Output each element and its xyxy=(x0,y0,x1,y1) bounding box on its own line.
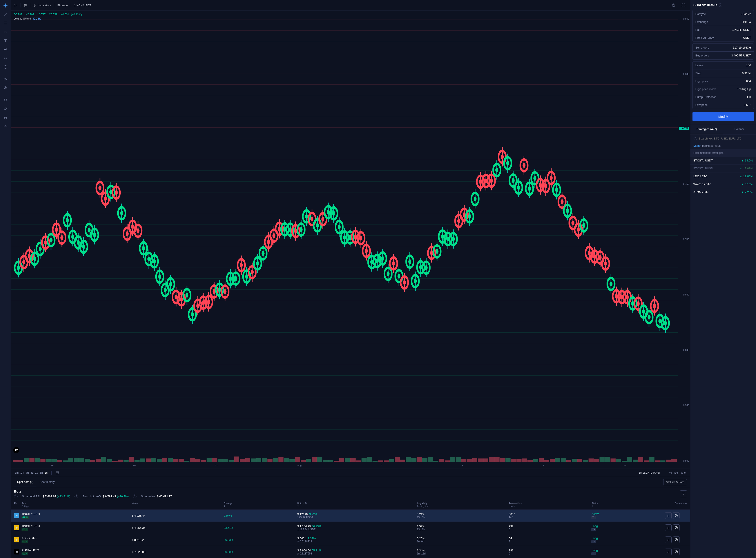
strategy-row[interactable]: ATOM / BTC▲ 7.28% xyxy=(690,188,756,196)
svg-point-4 xyxy=(6,66,6,67)
share-earn-button[interactable]: $ Share & Earn xyxy=(663,479,687,485)
search-icon xyxy=(694,137,697,140)
tab-strategies[interactable]: Strategies (427) xyxy=(690,124,723,134)
timeframe-1h[interactable]: 1h xyxy=(44,471,48,475)
detail-row: High price0.834 xyxy=(693,77,754,85)
bot-chart-button[interactable] xyxy=(665,536,672,543)
pattern-tool[interactable] xyxy=(2,46,9,53)
timeframe-6h[interactable]: 6h xyxy=(39,471,44,475)
ruler-tool[interactable] xyxy=(2,75,9,83)
fx-icon[interactable]: fx xyxy=(33,3,35,7)
bot-row[interactable]: ◆ 1INCH / USDTDCA $ 4 366.36 33.51% $ 1 … xyxy=(11,522,690,534)
fib-tool[interactable] xyxy=(2,19,9,27)
svg-point-324 xyxy=(582,223,585,228)
svg-point-66 xyxy=(115,190,118,195)
timeframe-1m[interactable]: 1m xyxy=(20,471,25,475)
modify-button[interactable]: Modify xyxy=(692,112,754,121)
scale-opt-auto[interactable]: auto xyxy=(681,471,686,474)
bot-stop-button[interactable] xyxy=(673,536,680,543)
zoom-tool[interactable] xyxy=(2,84,9,92)
settings-icon[interactable] xyxy=(670,2,677,9)
edit-tool[interactable] xyxy=(2,105,9,112)
crosshair-tool[interactable] xyxy=(2,2,9,9)
text-tool[interactable] xyxy=(2,37,9,44)
svg-point-3 xyxy=(5,66,5,67)
lock-tool[interactable] xyxy=(2,114,9,121)
indicators-button[interactable]: Indicators xyxy=(39,4,51,7)
bot-chart-button[interactable] xyxy=(665,549,672,555)
bot-chart-button[interactable] xyxy=(665,524,672,531)
svg-point-309 xyxy=(555,187,558,192)
goto-date-icon[interactable] xyxy=(55,471,60,475)
time-axis-settings-icon[interactable] xyxy=(624,464,627,467)
svg-point-117 xyxy=(207,300,210,304)
svg-point-45 xyxy=(77,240,80,245)
detail-row: ExchangeHitBTC xyxy=(693,18,754,26)
tab-spot-bots[interactable]: Spot bots (9) xyxy=(14,477,36,487)
strategy-row[interactable]: WAVES / BTC▲ 8.13% xyxy=(690,180,756,188)
chart-header: 1h fx Indicators Binance 1INCH/USDT xyxy=(11,0,690,11)
exchange-label[interactable]: Binance xyxy=(57,4,68,7)
timeframe-7d[interactable]: 7d xyxy=(25,471,29,475)
help-icon[interactable]: ? xyxy=(133,494,136,498)
strategies-heading: Recommended strategies xyxy=(690,149,756,157)
exchange-icon: ◆ xyxy=(14,525,19,530)
magnet-tool[interactable] xyxy=(2,96,9,104)
svg-point-288 xyxy=(517,185,520,190)
bot-row[interactable]: ▦ ALPHA / BTCDCA $ 7 526.88 60.08% $ 2 6… xyxy=(11,546,690,558)
scale-opt-log[interactable]: log xyxy=(675,471,678,474)
tab-spot-history[interactable]: Spot history xyxy=(36,477,58,487)
bot-stop-button[interactable] xyxy=(673,549,680,555)
emoji-tool[interactable] xyxy=(2,63,9,71)
svg-point-213 xyxy=(381,256,384,261)
svg-point-321 xyxy=(577,227,580,232)
svg-point-186 xyxy=(332,211,335,216)
help-icon[interactable]: ? xyxy=(14,494,18,498)
price-axis[interactable]: 0.8500.8000.7890.7500.7000.6500.6000.550… xyxy=(678,11,690,468)
brush-tool[interactable] xyxy=(2,28,9,35)
timeframe-3m[interactable]: 3m xyxy=(14,471,20,475)
prediction-tool[interactable] xyxy=(2,54,9,62)
svg-point-111 xyxy=(196,303,199,308)
backtest-label: Month backtest result xyxy=(690,142,756,149)
symbol-label[interactable]: 1INCH/USDT xyxy=(74,4,91,7)
bot-chart-button[interactable] xyxy=(665,512,672,519)
detail-row: Step0.32 % xyxy=(693,70,754,77)
clock-label: 18:16:27 (UTC+3) xyxy=(639,471,660,474)
timeframe-3d[interactable]: 3d xyxy=(30,471,34,475)
svg-point-9 xyxy=(673,5,674,6)
svg-point-2 xyxy=(4,66,7,69)
eye-tool[interactable] xyxy=(2,123,9,130)
svg-point-252 xyxy=(452,236,455,242)
detail-row: Profit currencyUSDT xyxy=(693,34,754,42)
time-axis: 293031Aug234 xyxy=(11,464,666,467)
svg-point-285 xyxy=(512,178,514,183)
bot-stop-button[interactable] xyxy=(673,524,680,531)
strategy-row[interactable]: BTCST / BUSD▲ 13.08% xyxy=(690,164,756,173)
bot-row[interactable]: ✦ 1INCH / USDTGRID $ 4 025.44 3.04% $ 12… xyxy=(11,510,690,522)
svg-point-201 xyxy=(359,236,362,240)
chart-area[interactable]: O0.789 H0.792 L0.787 C0.789 +0.001 (+0.1… xyxy=(11,11,690,468)
help-icon[interactable]: ? xyxy=(75,494,78,498)
svg-point-294 xyxy=(528,186,531,191)
help-icon[interactable]: ? xyxy=(719,3,722,7)
candle-type-icon[interactable] xyxy=(24,3,27,7)
search-input[interactable] xyxy=(699,137,753,140)
svg-point-102 xyxy=(180,297,183,302)
tab-balance[interactable]: Balance xyxy=(723,124,756,134)
scale-opt-%[interactable]: % xyxy=(670,471,672,474)
fullscreen-icon[interactable] xyxy=(680,2,687,9)
strategies-search[interactable] xyxy=(690,134,756,142)
svg-point-276 xyxy=(495,168,498,173)
svg-point-60 xyxy=(104,196,107,201)
strategy-row[interactable]: LDO / BTC▲ 12.03% xyxy=(690,173,756,180)
strategy-row[interactable]: BTCST / USDT▲ 13.5% xyxy=(690,157,756,164)
svg-point-69 xyxy=(120,211,123,215)
bots-tabs: Spot bots (9) Spot history $ Share & Ear… xyxy=(11,477,690,487)
timeframe-selector[interactable]: 1h xyxy=(14,4,17,7)
trendline-tool[interactable] xyxy=(2,10,9,18)
filter-button[interactable] xyxy=(680,490,687,497)
timeframe-1d[interactable]: 1d xyxy=(34,471,39,475)
bot-row[interactable]: ◆ AGIX / BTCDCA $ 8 519.2 20.93% $ 660.1… xyxy=(11,534,690,546)
bot-stop-button[interactable] xyxy=(673,512,680,519)
